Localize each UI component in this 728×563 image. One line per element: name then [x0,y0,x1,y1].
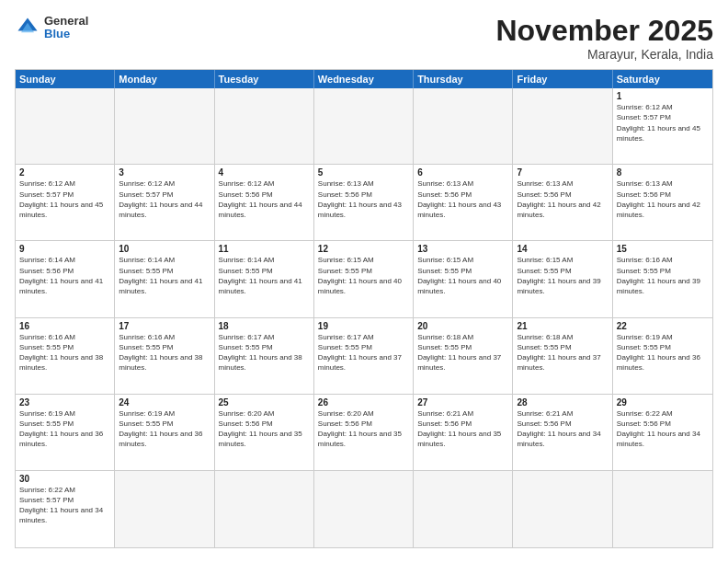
calendar-cell-r1-c2: 4 Sunrise: 6:12 AM Sunset: 5:56 PM Dayli… [215,165,314,240]
day-number: 6 [417,167,508,178]
calendar-cell-r5-c2 [215,471,314,547]
cell-info: Sunrise: 6:22 AM Sunset: 5:57 PM Dayligh… [19,485,110,526]
sunrise-label: Sunrise: 6:14 AM [119,256,175,264]
cell-info: Sunrise: 6:16 AM Sunset: 5:55 PM Dayligh… [119,332,210,373]
day-number: 14 [517,244,608,254]
calendar-cell-r3-c3: 19 Sunrise: 6:17 AM Sunset: 5:55 PM Dayl… [314,318,414,394]
calendar-cell-r0-c4 [414,88,513,164]
calendar-row-0: 1 Sunrise: 6:12 AM Sunset: 5:57 PM Dayli… [16,88,712,165]
sunset-label: Sunset: 5:56 PM [517,419,571,428]
sunrise-label: Sunrise: 6:17 AM [318,333,374,341]
day-number: 19 [318,321,409,331]
day-number: 5 [318,167,409,178]
daylight-label: Daylight: 11 hours and 41 minutes. [119,277,202,295]
page: General Blue November 2025 Marayur, Kera… [0,0,728,563]
daylight-label: Daylight: 11 hours and 35 minutes. [219,430,302,448]
daylight-label: Daylight: 11 hours and 37 minutes. [517,353,600,372]
cell-info: Sunrise: 6:19 AM Sunset: 5:55 PM Dayligh… [119,408,210,450]
daylight-label: Daylight: 11 hours and 37 minutes. [318,353,402,372]
day-number: 3 [119,167,210,178]
sunrise-label: Sunrise: 6:16 AM [119,333,175,341]
sunrise-label: Sunrise: 6:21 AM [517,409,573,418]
cell-info: Sunrise: 6:20 AM Sunset: 5:56 PM Dayligh… [219,408,310,450]
daylight-label: Daylight: 11 hours and 42 minutes. [617,201,700,219]
daylight-label: Daylight: 11 hours and 36 minutes. [617,353,700,372]
calendar-cell-r4-c0: 23 Sunrise: 6:19 AM Sunset: 5:55 PM Dayl… [16,395,115,470]
daylight-label: Daylight: 11 hours and 43 minutes. [417,201,501,219]
sunrise-label: Sunrise: 6:13 AM [517,179,573,188]
sunrise-label: Sunrise: 6:12 AM [219,179,275,188]
day-number: 22 [617,321,709,331]
calendar-cell-r1-c5: 7 Sunrise: 6:13 AM Sunset: 5:56 PM Dayli… [513,165,612,240]
sunset-label: Sunset: 5:55 PM [417,267,472,275]
daylight-label: Daylight: 11 hours and 39 minutes. [617,277,700,295]
calendar-row-5: 30 Sunrise: 6:22 AM Sunset: 5:57 PM Dayl… [16,471,712,547]
sunset-label: Sunset: 5:55 PM [119,419,173,428]
sunrise-label: Sunrise: 6:12 AM [617,103,673,111]
sunrise-label: Sunrise: 6:17 AM [219,333,275,341]
cell-info: Sunrise: 6:15 AM Sunset: 5:55 PM Dayligh… [517,255,608,296]
daylight-label: Daylight: 11 hours and 42 minutes. [517,201,600,219]
day-number: 29 [617,397,709,408]
cell-info: Sunrise: 6:19 AM Sunset: 5:55 PM Dayligh… [617,332,709,373]
sunset-label: Sunset: 5:57 PM [119,190,173,199]
day-number: 9 [19,244,110,254]
sunset-label: Sunset: 5:56 PM [417,419,472,428]
sunset-label: Sunset: 5:56 PM [219,419,273,428]
sunset-label: Sunset: 5:55 PM [617,343,671,351]
header-friday: Friday [513,70,612,88]
sunrise-label: Sunrise: 6:16 AM [617,256,673,264]
sunset-label: Sunset: 5:56 PM [19,267,74,275]
calendar-cell-r1-c4: 6 Sunrise: 6:13 AM Sunset: 5:56 PM Dayli… [414,165,513,240]
cell-info: Sunrise: 6:21 AM Sunset: 5:56 PM Dayligh… [517,408,608,450]
cell-info: Sunrise: 6:18 AM Sunset: 5:55 PM Dayligh… [417,332,508,373]
cell-info: Sunrise: 6:13 AM Sunset: 5:56 PM Dayligh… [617,178,709,220]
cell-info: Sunrise: 6:16 AM Sunset: 5:55 PM Dayligh… [19,332,110,373]
logo-general: General [44,15,88,28]
header-sunday: Sunday [16,70,115,88]
sunrise-label: Sunrise: 6:22 AM [19,486,75,494]
daylight-label: Daylight: 11 hours and 41 minutes. [219,277,302,295]
header-tuesday: Tuesday [215,70,314,88]
daylight-label: Daylight: 11 hours and 40 minutes. [417,277,501,295]
sunset-label: Sunset: 5:55 PM [517,267,571,275]
calendar-cell-r5-c5 [513,471,612,547]
calendar-cell-r2-c5: 14 Sunrise: 6:15 AM Sunset: 5:55 PM Dayl… [513,241,612,316]
calendar-cell-r0-c3 [314,88,414,164]
day-number: 20 [417,321,508,331]
daylight-label: Daylight: 11 hours and 45 minutes. [19,201,103,219]
calendar-cell-r2-c3: 12 Sunrise: 6:15 AM Sunset: 5:55 PM Dayl… [314,241,414,316]
sunset-label: Sunset: 5:55 PM [19,343,74,351]
cell-info: Sunrise: 6:12 AM Sunset: 5:57 PM Dayligh… [617,102,709,144]
sunrise-label: Sunrise: 6:19 AM [19,409,75,418]
cell-info: Sunrise: 6:14 AM Sunset: 5:55 PM Dayligh… [219,255,310,296]
sunrise-label: Sunrise: 6:16 AM [19,333,75,341]
calendar-row-2: 9 Sunrise: 6:14 AM Sunset: 5:56 PM Dayli… [16,241,712,317]
calendar-cell-r4-c1: 24 Sunrise: 6:19 AM Sunset: 5:55 PM Dayl… [115,395,214,470]
title-section: November 2025 Marayur, Kerala, India [495,15,713,62]
calendar-cell-r3-c1: 17 Sunrise: 6:16 AM Sunset: 5:55 PM Dayl… [115,318,214,394]
day-number: 21 [517,321,608,331]
sunrise-label: Sunrise: 6:18 AM [517,333,573,341]
day-number: 28 [517,397,608,408]
day-number: 17 [119,321,210,331]
calendar-cell-r5-c3 [314,471,414,547]
sunrise-label: Sunrise: 6:20 AM [318,409,374,418]
day-number: 13 [417,244,508,254]
sunset-label: Sunset: 5:56 PM [417,190,472,199]
cell-info: Sunrise: 6:19 AM Sunset: 5:55 PM Dayligh… [19,408,110,450]
calendar-cell-r5-c1 [115,471,214,547]
day-number: 27 [417,397,508,408]
daylight-label: Daylight: 11 hours and 40 minutes. [318,277,402,295]
sunset-label: Sunset: 5:55 PM [19,419,74,428]
cell-info: Sunrise: 6:18 AM Sunset: 5:55 PM Dayligh… [517,332,608,373]
calendar-cell-r4-c3: 26 Sunrise: 6:20 AM Sunset: 5:56 PM Dayl… [314,395,414,470]
sunset-label: Sunset: 5:55 PM [119,267,173,275]
sunset-label: Sunset: 5:55 PM [318,343,372,351]
day-number: 2 [19,167,110,178]
header-thursday: Thursday [414,70,513,88]
calendar-cell-r3-c2: 18 Sunrise: 6:17 AM Sunset: 5:55 PM Dayl… [215,318,314,394]
calendar-row-3: 16 Sunrise: 6:16 AM Sunset: 5:55 PM Dayl… [16,318,712,395]
cell-info: Sunrise: 6:13 AM Sunset: 5:56 PM Dayligh… [318,178,409,220]
sunrise-label: Sunrise: 6:13 AM [417,179,473,188]
